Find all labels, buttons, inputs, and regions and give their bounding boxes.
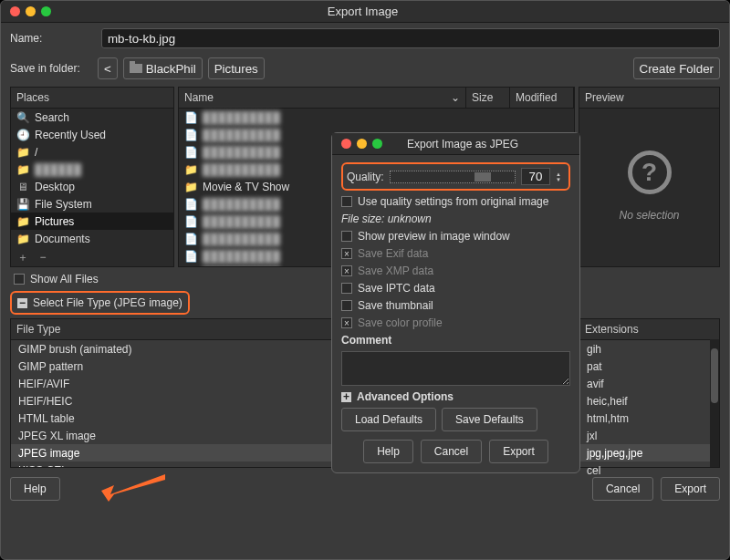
remove-place-button[interactable]: − [36, 251, 49, 264]
save-xmp-checkbox[interactable]: ×Save XMP data [341, 264, 570, 277]
sidebar-item[interactable]: 📁██████ [11, 161, 173, 178]
size-column-header[interactable]: Size [466, 88, 510, 109]
modal-export-button[interactable]: Export [489, 440, 548, 463]
close-icon[interactable] [341, 139, 351, 149]
extension-item[interactable]: avif [579, 375, 719, 392]
sidebar-item[interactable]: 🖥Desktop [11, 178, 173, 195]
modal-title: Export Image as JPEG [382, 138, 543, 150]
clock-icon: 🕘 [16, 129, 29, 141]
chevron-left-icon: < [104, 62, 111, 76]
name-label: Name: [10, 32, 92, 45]
cancel-button[interactable]: Cancel [592, 477, 653, 501]
extension-item[interactable]: cel [579, 461, 719, 479]
sidebar-item-label: Desktop [35, 181, 75, 193]
create-folder-button[interactable]: Create Folder [633, 57, 721, 79]
chevron-down-icon: ⌄ [451, 91, 460, 104]
extension-item[interactable]: gih [579, 340, 719, 358]
desktop-icon: 🖥 [16, 181, 29, 193]
modified-column-header[interactable]: Modified [510, 88, 574, 109]
scrollbar[interactable] [710, 339, 719, 467]
folder-icon: 📁 [184, 163, 197, 176]
modal-cancel-button[interactable]: Cancel [421, 440, 482, 463]
sidebar-item-label: Recently Used [35, 129, 106, 141]
folder-icon: 📁 [16, 163, 29, 176]
breadcrumb-folder-button[interactable]: BlackPhil [123, 57, 203, 79]
slider-thumb[interactable] [474, 172, 491, 181]
minus-icon: − [17, 298, 27, 308]
extension-item[interactable]: jxl [579, 427, 719, 444]
plus-icon: + [341, 392, 351, 402]
extensions-list[interactable]: Extensions gihpatavifheic,heifhtml,htmjx… [579, 318, 720, 468]
breadcrumb-folder-button[interactable]: Pictures [208, 57, 265, 79]
save-exif-checkbox[interactable]: ×Save Exif data [341, 247, 570, 260]
save-in-folder-row: Save in folder: < BlackPhil Pictures Cre… [1, 54, 729, 87]
load-defaults-button[interactable]: Load Defaults [341, 408, 436, 431]
file-icon: 📄 [184, 129, 197, 141]
export-button[interactable]: Export [661, 477, 720, 501]
titlebar: Export Image [1, 1, 729, 23]
use-original-checkbox[interactable]: Use quality settings from original image [341, 195, 570, 208]
sidebar-item[interactable]: 📁Documents [11, 230, 173, 247]
file-row[interactable]: 📄██████████ [179, 109, 574, 126]
minimize-icon[interactable] [357, 139, 367, 149]
sidebar-item-label: Search [35, 111, 69, 124]
comment-textarea[interactable] [341, 351, 570, 386]
modal-help-button[interactable]: Help [363, 440, 413, 463]
advanced-options-expander[interactable]: +Advanced Options [341, 390, 570, 403]
extension-item[interactable]: heic,heif [579, 392, 719, 410]
quality-slider[interactable] [390, 171, 516, 183]
sidebar-item[interactable]: 💾File System [11, 195, 173, 213]
sidebar-item-label: Pictures [35, 215, 74, 228]
close-icon[interactable] [10, 6, 20, 16]
file-name-label: ██████████ [203, 233, 280, 245]
save-folder-label: Save in folder: [10, 62, 92, 75]
sidebar-item[interactable]: 📁Pictures [11, 213, 173, 230]
sidebar-item-label: ██████ [35, 163, 81, 176]
file-name-label: Movie & TV Show [203, 181, 289, 193]
extension-item[interactable]: jpg,jpeg,jpe [579, 444, 719, 461]
places-panel: Places 🔍Search🕘Recently Used📁/📁██████🖥De… [10, 87, 174, 267]
sidebar-item[interactable]: 🔍Search [11, 109, 173, 126]
save-color-profile-checkbox[interactable]: ×Save color profile [341, 316, 570, 329]
sidebar-item[interactable]: 🕘Recently Used [11, 126, 173, 143]
sidebar-item[interactable]: 📁/ [11, 143, 173, 161]
help-button[interactable]: Help [10, 477, 60, 501]
quality-label: Quality: [347, 171, 384, 183]
scrollbar-thumb[interactable] [711, 348, 718, 403]
file-size-label: File size: unknown [341, 213, 570, 225]
sidebar-item-label: File System [35, 198, 92, 211]
save-defaults-button[interactable]: Save Defaults [442, 408, 537, 431]
name-column-header[interactable]: Name ⌄ [179, 88, 466, 109]
filename-input[interactable] [101, 28, 720, 48]
file-icon: 📄 [184, 215, 197, 228]
file-name-label: ██████████ [203, 267, 280, 268]
maximize-icon[interactable] [41, 6, 51, 16]
minimize-icon[interactable] [26, 6, 36, 16]
select-file-type-expander[interactable]: − Select File Type (JPEG image) [10, 291, 190, 315]
preview-panel: Preview ? No selection [579, 87, 720, 267]
add-place-button[interactable]: ＋ [16, 251, 29, 264]
maximize-icon[interactable] [372, 139, 382, 149]
search-icon: 🔍 [16, 111, 29, 124]
extensions-header: Extensions [579, 319, 719, 340]
extension-item[interactable]: pat [579, 358, 719, 375]
show-preview-checkbox[interactable]: Show preview in image window [341, 230, 570, 243]
file-name-label: ██████████ [203, 163, 280, 176]
modal-titlebar: Export Image as JPEG [332, 133, 579, 155]
folder-icon: 📁 [184, 181, 197, 193]
window-controls [1, 6, 51, 16]
extension-item[interactable]: html,htm [579, 410, 719, 427]
save-iptc-checkbox[interactable]: Save IPTC data [341, 282, 570, 295]
file-icon: 📄 [184, 267, 197, 268]
file-name-label: ██████████ [203, 111, 280, 124]
quality-input[interactable] [521, 168, 550, 185]
path-back-button[interactable]: < [98, 57, 118, 79]
file-icon: 📄 [184, 146, 197, 159]
folder-icon [130, 64, 142, 73]
window-title: Export Image [51, 5, 674, 18]
breadcrumb-label: Pictures [214, 62, 258, 76]
file-name-label: ██████████ [203, 146, 280, 159]
save-thumbnail-checkbox[interactable]: Save thumbnail [341, 299, 570, 312]
quality-row: Quality: ▲▼ [341, 162, 570, 191]
quality-stepper[interactable]: ▲▼ [556, 171, 565, 182]
